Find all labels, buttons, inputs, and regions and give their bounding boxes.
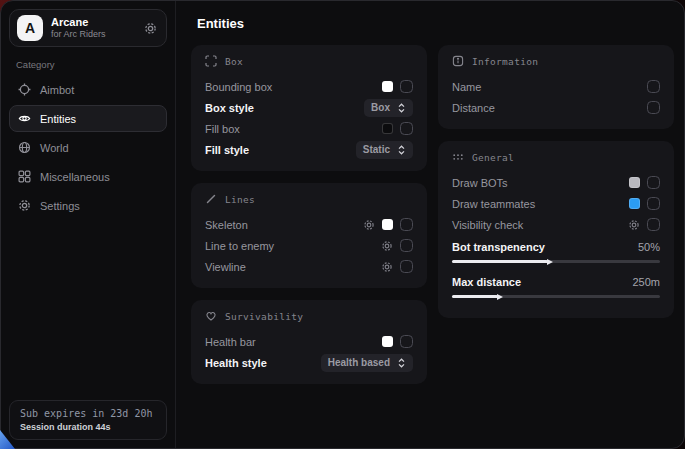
sidebar-item-entities[interactable]: Entities	[9, 105, 167, 132]
color-swatch[interactable]	[382, 81, 393, 92]
sidebar-item-label: World	[40, 142, 69, 154]
slider-value: 250m	[632, 276, 660, 288]
grid-icon	[18, 170, 31, 183]
sidebar-item-label: Entities	[40, 113, 76, 125]
setting-row-viewline: Viewline	[205, 256, 413, 277]
checkbox[interactable]	[647, 218, 660, 231]
max-distance-group: Max distance 250m	[452, 272, 660, 298]
setting-label: Line to enemy	[205, 240, 274, 252]
slider-label: Bot transpenency	[452, 241, 545, 253]
checkbox[interactable]	[400, 239, 413, 252]
color-swatch[interactable]	[382, 123, 393, 134]
checkbox[interactable]	[400, 122, 413, 135]
box-style-dropdown[interactable]: Box	[364, 99, 413, 117]
card-header-label: Lines	[225, 194, 255, 205]
chevron-updown-icon	[397, 145, 406, 155]
main-panel: Entities Box Bounding box	[176, 1, 685, 448]
heart-icon	[205, 310, 217, 322]
slider-value: 50%	[638, 241, 660, 253]
profile-gear-icon[interactable]	[144, 22, 157, 35]
setting-row-fill-style: Fill style Static	[205, 139, 413, 160]
card-header-label: General	[472, 152, 514, 163]
dropdown-value: Static	[363, 144, 390, 155]
setting-row-health-bar: Health bar	[205, 331, 413, 352]
sidebar-item-label: Aimbot	[40, 84, 74, 96]
setting-label: Viewline	[205, 261, 246, 273]
box-corners-icon	[205, 55, 217, 67]
color-swatch[interactable]	[382, 336, 393, 347]
row-gear-icon[interactable]	[628, 219, 640, 231]
chevron-updown-icon	[397, 358, 406, 368]
checkbox[interactable]	[400, 335, 413, 348]
dropdown-value: Health based	[328, 357, 390, 368]
sidebar-item-world[interactable]: World	[9, 134, 167, 161]
setting-label: Health bar	[205, 336, 256, 348]
color-swatch[interactable]	[629, 177, 640, 188]
lines-card: Lines Skeleton Line to enemy	[191, 183, 427, 288]
information-card: Information Name Distance	[438, 45, 674, 129]
setting-label: Box style	[205, 102, 254, 114]
box-card: Box Bounding box Box style Box	[191, 45, 427, 171]
color-swatch[interactable]	[629, 198, 640, 209]
category-label: Category	[16, 59, 167, 70]
right-column: Information Name Distance	[438, 45, 674, 384]
subscription-info-card: Sub expires in 23d 20h Session duration …	[9, 400, 167, 440]
crosshair-icon	[18, 83, 31, 96]
setting-row-name: Name	[452, 76, 660, 97]
setting-row-draw-teammates: Draw teammates	[452, 193, 660, 214]
card-header-label: Information	[472, 56, 538, 67]
color-swatch[interactable]	[382, 219, 393, 230]
setting-label: Skeleton	[205, 219, 248, 231]
row-gear-icon[interactable]	[363, 219, 375, 231]
checkbox[interactable]	[647, 197, 660, 210]
survivability-card: Survivability Health bar Health style	[191, 300, 427, 384]
session-duration-text: Session duration 44s	[20, 422, 156, 432]
app-window: A Arcane for Arc Riders Category Aimbot	[0, 0, 685, 449]
sidebar-item-settings[interactable]: Settings	[9, 192, 167, 219]
chevron-updown-icon	[397, 103, 406, 113]
checkbox[interactable]	[647, 101, 660, 114]
slider-label: Max distance	[452, 276, 521, 288]
setting-row-distance: Distance	[452, 97, 660, 118]
bot-transpenency-slider[interactable]	[452, 260, 660, 263]
fill-style-dropdown[interactable]: Static	[356, 141, 413, 159]
dropdown-value: Box	[371, 102, 390, 113]
checkbox[interactable]	[400, 218, 413, 231]
sidebar-item-miscellaneous[interactable]: Miscellaneous	[9, 163, 167, 190]
setting-row-bounding-box: Bounding box	[205, 76, 413, 97]
setting-label: Fill box	[205, 123, 240, 135]
row-gear-icon[interactable]	[381, 240, 393, 252]
dots-grid-icon	[452, 151, 464, 163]
checkbox[interactable]	[647, 80, 660, 93]
app-name: Arcane	[51, 16, 106, 30]
health-style-dropdown[interactable]: Health based	[321, 354, 413, 372]
profile-card: A Arcane for Arc Riders	[9, 9, 167, 47]
setting-row-health-style: Health style Health based	[205, 352, 413, 373]
setting-row-draw-bots: Draw BOTs	[452, 172, 660, 193]
slider-handle[interactable]	[497, 294, 503, 300]
card-header-label: Survivability	[225, 311, 303, 322]
setting-label: Fill style	[205, 144, 249, 156]
max-distance-slider[interactable]	[452, 295, 660, 298]
sidebar-item-aimbot[interactable]: Aimbot	[9, 76, 167, 103]
sidebar-item-label: Miscellaneous	[40, 171, 110, 183]
sidebar: A Arcane for Arc Riders Category Aimbot	[1, 1, 176, 448]
setting-label: Health style	[205, 357, 267, 369]
setting-row-skeleton: Skeleton	[205, 214, 413, 235]
setting-row-box-style: Box style Box	[205, 97, 413, 118]
checkbox[interactable]	[647, 176, 660, 189]
setting-row-line-to-enemy: Line to enemy	[205, 235, 413, 256]
sidebar-item-label: Settings	[40, 200, 80, 212]
bot-transpenency-group: Bot transpenency 50%	[452, 237, 660, 263]
diagonal-line-icon	[205, 193, 217, 205]
globe-icon	[18, 141, 31, 154]
checkbox[interactable]	[400, 80, 413, 93]
checkbox[interactable]	[400, 260, 413, 273]
app-tagline: for Arc Riders	[51, 29, 106, 40]
general-card: General Draw BOTs Draw teammates	[438, 141, 674, 318]
row-gear-icon[interactable]	[381, 261, 393, 273]
slider-handle[interactable]	[547, 259, 553, 265]
setting-label: Visibility check	[452, 219, 523, 231]
setting-label: Distance	[452, 102, 495, 114]
setting-row-fill-box: Fill box	[205, 118, 413, 139]
